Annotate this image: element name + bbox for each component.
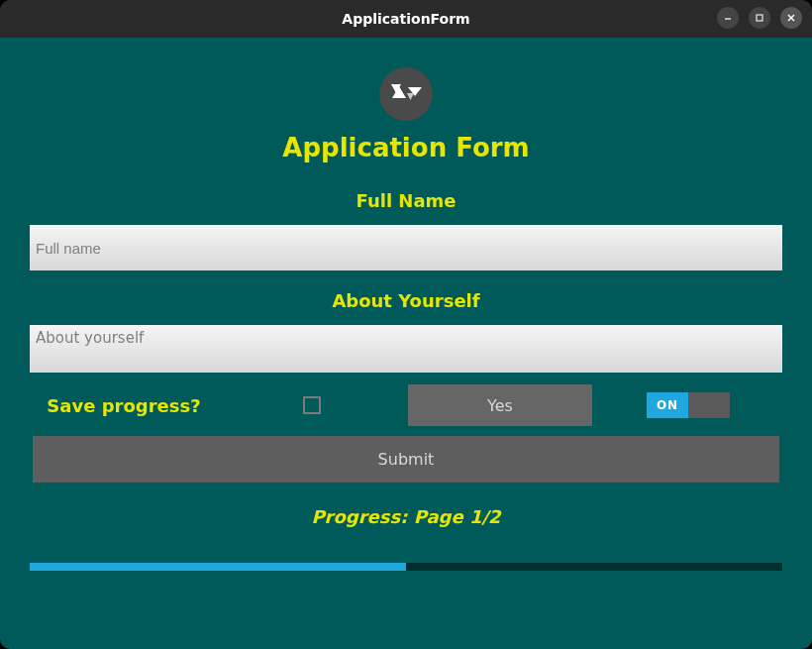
app-logo-icon — [379, 67, 433, 121]
svg-marker-7 — [407, 93, 414, 100]
fullname-label: Full Name — [356, 190, 457, 211]
app-window: ApplicationForm Application Form Full Na… — [0, 0, 812, 649]
about-input[interactable] — [30, 325, 782, 373]
yes-button[interactable]: Yes — [408, 384, 592, 426]
submit-button[interactable]: Submit — [33, 436, 779, 483]
fullname-input[interactable] — [30, 225, 782, 270]
progress-fill — [30, 563, 406, 571]
switch-on-label: ON — [647, 392, 688, 418]
page-title: Application Form — [282, 133, 529, 162]
content-area: Application Form Full Name About Yoursel… — [0, 38, 812, 649]
save-switch[interactable]: ON — [647, 392, 730, 418]
window-title: ApplicationForm — [342, 11, 469, 27]
submit-button-label: Submit — [378, 450, 435, 469]
svg-rect-1 — [757, 15, 762, 21]
options-row: Save progress? Yes ON — [30, 384, 782, 426]
about-label: About Yourself — [332, 290, 479, 311]
progress-bar — [30, 563, 782, 571]
close-button[interactable] — [780, 7, 802, 29]
save-progress-label: Save progress? — [47, 395, 200, 416]
progress-label: Progress: Page 1/2 — [311, 506, 500, 527]
window-controls — [717, 7, 802, 29]
titlebar: ApplicationForm — [0, 0, 812, 38]
maximize-button[interactable] — [749, 7, 770, 29]
minimize-button[interactable] — [717, 7, 739, 29]
yes-button-label: Yes — [487, 396, 513, 415]
save-progress-checkbox[interactable] — [303, 396, 321, 414]
